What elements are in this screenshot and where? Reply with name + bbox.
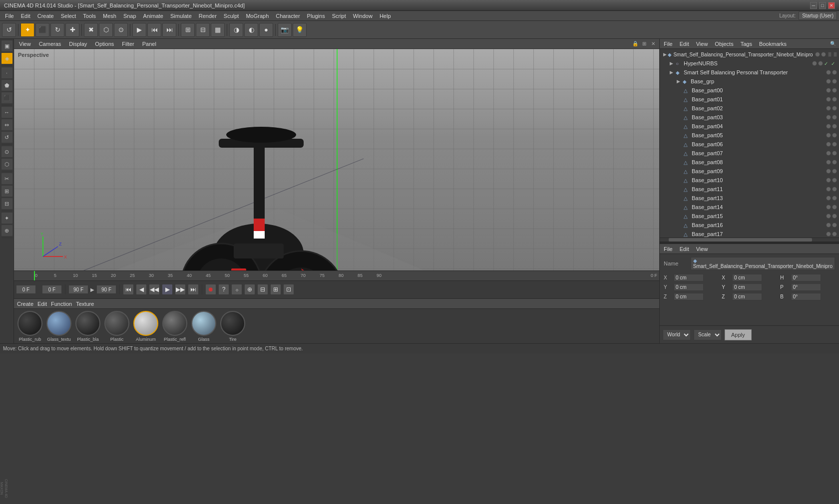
maximize-button[interactable]: □ bbox=[819, 2, 826, 9]
axis-tool[interactable]: ⊕ bbox=[1, 225, 13, 237]
menu-select[interactable]: Select bbox=[58, 12, 79, 20]
obj-row-base_part11[interactable]: △ Base_part11 bbox=[660, 185, 839, 194]
coord-input-h[interactable] bbox=[791, 274, 821, 281]
viewport-menu-filter[interactable]: Filter bbox=[119, 40, 137, 48]
obj-row-base_part06[interactable]: △ Base_part06 bbox=[660, 140, 839, 149]
points-tool[interactable]: · bbox=[1, 67, 13, 79]
render-settings-button[interactable]: ◐ bbox=[244, 23, 258, 37]
rotate-tool[interactable]: ↺ bbox=[1, 131, 13, 143]
coord-input-sy[interactable] bbox=[732, 283, 762, 291]
menu-create[interactable]: Create bbox=[34, 12, 57, 20]
coord-input-b[interactable] bbox=[791, 293, 821, 300]
minimize-button[interactable]: ─ bbox=[810, 2, 817, 9]
record-button[interactable]: ⏺ bbox=[205, 284, 216, 295]
go-end-button[interactable]: ⏭ bbox=[188, 284, 199, 295]
viewport-menu-view[interactable]: View bbox=[16, 40, 34, 48]
material-tire[interactable]: Tire bbox=[220, 311, 246, 342]
obj-tool[interactable]: ◈ bbox=[1, 52, 13, 64]
live-select-tool[interactable]: ⊙ bbox=[1, 146, 13, 158]
mat-menu-texture[interactable]: Texture bbox=[76, 301, 94, 307]
start-frame-input[interactable] bbox=[42, 285, 62, 294]
attr-menu-view[interactable]: View bbox=[694, 246, 710, 252]
snap-tool-button[interactable]: ⊞ bbox=[181, 23, 195, 37]
obj-mode-button[interactable]: ⬛ bbox=[35, 23, 49, 37]
material-plastic[interactable]: Plastic bbox=[104, 311, 130, 342]
edges-tool[interactable]: ⬟ bbox=[1, 79, 13, 91]
attr-menu-edit[interactable]: Edit bbox=[678, 246, 691, 252]
menu-script[interactable]: Script bbox=[329, 12, 349, 20]
knife-tool[interactable]: ✂ bbox=[1, 173, 13, 185]
obj-menu-file[interactable]: File bbox=[662, 41, 675, 47]
menu-snap[interactable]: Snap bbox=[120, 12, 139, 20]
viewport-menu-panel[interactable]: Panel bbox=[139, 40, 159, 48]
obj-row-hypernurbs[interactable]: ▶ ○ HyperNURBS ✓ ✓ bbox=[660, 59, 839, 68]
menu-mesh[interactable]: Mesh bbox=[100, 12, 119, 20]
layer-button[interactable]: ⊟ bbox=[257, 284, 268, 295]
obj-menu-view[interactable]: View bbox=[694, 41, 710, 47]
render-queue-button[interactable]: ● bbox=[259, 23, 273, 37]
menu-file[interactable]: File bbox=[2, 12, 17, 20]
frame-prev-button[interactable]: ⏮ bbox=[147, 23, 161, 37]
snap-tool[interactable]: ✦ bbox=[1, 212, 13, 224]
play-rev-button[interactable]: ◀◀ bbox=[149, 284, 160, 295]
motion-button[interactable]: ⊕ bbox=[244, 284, 255, 295]
light-button[interactable]: 💡 bbox=[293, 23, 307, 37]
obj-row-root[interactable]: ▶ ◆ Smart_Self_Balancing_Personal_Transp… bbox=[660, 50, 839, 59]
spline-button[interactable]: ⊙ bbox=[114, 23, 128, 37]
current-frame-input[interactable] bbox=[16, 285, 36, 294]
step-back-button[interactable]: ◀ bbox=[136, 284, 147, 295]
material-glass-textu[interactable]: Glass_textu bbox=[46, 311, 72, 342]
menu-sculpt[interactable]: Sculpt bbox=[221, 12, 242, 20]
obj-row-base_part08[interactable]: △ Base_part08 bbox=[660, 158, 839, 167]
menu-animate[interactable]: Animate bbox=[140, 12, 166, 20]
obj-menu-bookmarks[interactable]: Bookmarks bbox=[757, 41, 789, 47]
viewport-menu-cameras[interactable]: Cameras bbox=[36, 40, 64, 48]
coord-input-px[interactable] bbox=[674, 274, 704, 281]
play-fwd-button[interactable]: ▶ bbox=[162, 284, 173, 295]
menu-render[interactable]: Render bbox=[196, 12, 220, 20]
obj-row-base_part14[interactable]: △ Base_part14 bbox=[660, 203, 839, 212]
vp-lock-button[interactable]: 🔒 bbox=[631, 40, 639, 48]
menu-plugins[interactable]: Plugins bbox=[304, 12, 328, 20]
box-select-tool[interactable]: ⬡ bbox=[1, 158, 13, 170]
coord-input-p[interactable] bbox=[791, 283, 821, 291]
viewport-menu-display[interactable]: Display bbox=[66, 40, 90, 48]
frame-next-button[interactable]: ⏭ bbox=[162, 23, 176, 37]
play-button[interactable]: ▶ bbox=[132, 23, 146, 37]
right-h-scrollbar[interactable] bbox=[660, 238, 839, 242]
null-obj-button[interactable]: ✖ bbox=[84, 23, 98, 37]
obj-row-base_part00[interactable]: △ Base_part00 bbox=[660, 86, 839, 95]
obj-row-basegrp[interactable]: ▶ ◆ Base_grp bbox=[660, 77, 839, 86]
polygon-button[interactable]: ⬡ bbox=[99, 23, 113, 37]
menu-window[interactable]: Window bbox=[350, 12, 376, 20]
move-tool[interactable]: ↔ bbox=[1, 106, 13, 118]
menu-mograph[interactable]: MoGraph bbox=[243, 12, 272, 20]
coord-input-sx[interactable] bbox=[732, 274, 762, 281]
scale-mode-button[interactable]: ✚ bbox=[65, 23, 79, 37]
material-plastic-rub[interactable]: Plastic_rub bbox=[17, 311, 43, 342]
timeline-button[interactable]: ⊞ bbox=[270, 284, 281, 295]
mat-menu-create[interactable]: Create bbox=[17, 301, 33, 307]
extrude-tool[interactable]: ⊞ bbox=[1, 185, 13, 197]
polygons-tool[interactable]: ⬛ bbox=[1, 92, 13, 104]
undo-button[interactable]: ↺ bbox=[2, 23, 16, 37]
obj-row-base_part02[interactable]: △ Base_part02 bbox=[660, 104, 839, 113]
obj-row-base_part07[interactable]: △ Base_part07 bbox=[660, 149, 839, 158]
mat-menu-edit[interactable]: Edit bbox=[37, 301, 47, 307]
menu-edit[interactable]: Edit bbox=[18, 12, 33, 20]
obj-row-base_part09[interactable]: △ Base_part09 bbox=[660, 167, 839, 176]
obj-row-base_part16[interactable]: △ Base_part16 bbox=[660, 221, 839, 230]
obj-row-base_part17[interactable]: △ Base_part17 bbox=[660, 230, 839, 238]
obj-row-base_part01[interactable]: △ Base_part01 bbox=[660, 95, 839, 104]
mat-menu-function[interactable]: Function bbox=[51, 301, 72, 307]
obj-row-base_part15[interactable]: △ Base_part15 bbox=[660, 212, 839, 221]
obj-row-base_part13[interactable]: △ Base_part13 bbox=[660, 194, 839, 203]
menu-help[interactable]: Help bbox=[377, 12, 394, 20]
animate-button[interactable]: ⊡ bbox=[283, 284, 294, 295]
model-tool[interactable]: ▣ bbox=[1, 40, 13, 52]
scale-tool[interactable]: ⇔ bbox=[1, 119, 13, 131]
vp-close-button[interactable]: ✕ bbox=[649, 40, 657, 48]
grid-snap-button[interactable]: ⊟ bbox=[196, 23, 210, 37]
menu-simulate[interactable]: Simulate bbox=[167, 12, 195, 20]
viewport-canvas[interactable]: Perspective bbox=[14, 49, 659, 270]
